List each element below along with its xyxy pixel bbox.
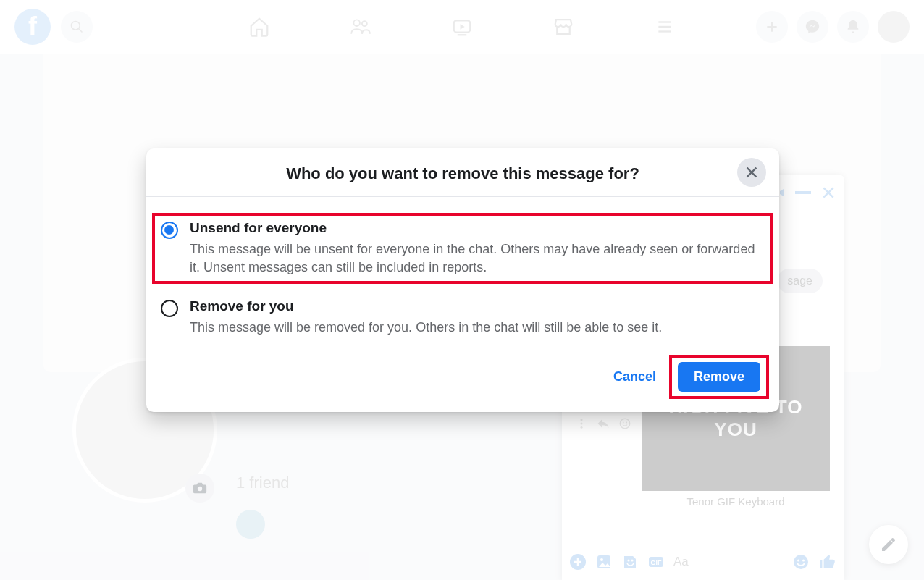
radio-unsend-everyone[interactable] <box>161 222 178 239</box>
dialog-header: Who do you want to remove this message f… <box>146 148 779 197</box>
dialog-body: Unsend for everyone This message will be… <box>146 197 779 346</box>
close-icon <box>744 164 760 180</box>
option-unsend-everyone[interactable]: Unsend for everyone This message will be… <box>151 211 775 285</box>
cancel-button[interactable]: Cancel <box>600 362 669 392</box>
close-button[interactable] <box>737 158 766 187</box>
dialog-footer: Cancel Remove <box>146 346 779 412</box>
option-remove-for-you[interactable]: Remove for you This message will be remo… <box>146 290 779 345</box>
option-title: Remove for you <box>190 298 765 314</box>
remove-highlight: Remove <box>672 358 766 396</box>
option-title: Unsend for everyone <box>190 220 765 236</box>
option-desc: This message will be unsent for everyone… <box>190 240 765 277</box>
option-desc: This message will be removed for you. Ot… <box>190 319 765 337</box>
remove-button[interactable]: Remove <box>678 362 760 392</box>
dialog-title: Who do you want to remove this message f… <box>190 164 736 183</box>
remove-message-dialog: Who do you want to remove this message f… <box>146 148 779 412</box>
radio-remove-for-you[interactable] <box>161 300 178 317</box>
